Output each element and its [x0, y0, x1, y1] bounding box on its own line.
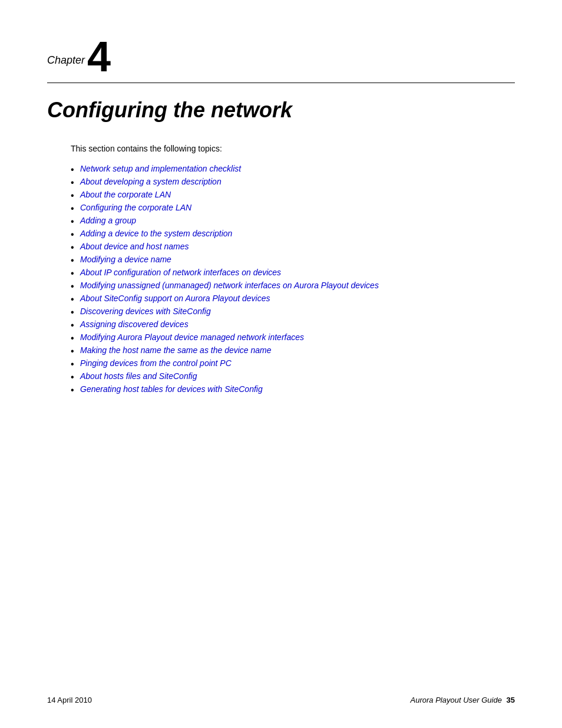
topic-link[interactable]: Assigning discovered devices: [80, 319, 189, 329]
footer-guide-name: Aurora Playout User Guide: [411, 696, 502, 704]
topic-link[interactable]: About device and host names: [80, 242, 189, 251]
list-item[interactable]: Modifying unassigned (unmanaged) network…: [71, 281, 515, 290]
list-item[interactable]: Discovering devices with SiteConfig: [71, 307, 515, 316]
list-item[interactable]: Assigning discovered devices: [71, 319, 515, 329]
list-item[interactable]: Pinging devices from the control point P…: [71, 358, 515, 368]
list-item[interactable]: About SiteConfig support on Aurora Playo…: [71, 294, 515, 303]
list-item[interactable]: Modifying a device name: [71, 255, 515, 264]
page: Chapter 4 Configuring the network This s…: [0, 0, 562, 728]
list-item[interactable]: Making the host name the same as the dev…: [71, 345, 515, 355]
chapter-label: Chapter: [47, 54, 85, 67]
topic-link[interactable]: About IP configuration of network interf…: [80, 268, 281, 277]
chapter-number: 4: [87, 35, 111, 78]
page-title: Configuring the network: [47, 97, 515, 123]
topic-link[interactable]: Pinging devices from the control point P…: [80, 358, 232, 368]
chapter-header: Chapter 4: [47, 35, 515, 78]
list-item[interactable]: About the corporate LAN: [71, 190, 515, 199]
list-item[interactable]: Network setup and implementation checkli…: [71, 164, 515, 173]
topic-link[interactable]: About developing a system description: [80, 177, 222, 186]
topic-link[interactable]: Adding a group: [80, 216, 136, 225]
list-item[interactable]: About IP configuration of network interf…: [71, 268, 515, 277]
topic-link[interactable]: Configuring the corporate LAN: [80, 203, 191, 212]
topic-link[interactable]: Modifying a device name: [80, 255, 171, 264]
topic-link[interactable]: Generating host tables for devices with …: [80, 384, 263, 394]
list-item[interactable]: About developing a system description: [71, 177, 515, 186]
list-item[interactable]: Generating host tables for devices with …: [71, 384, 515, 394]
intro-text: This section contains the following topi…: [71, 144, 515, 153]
footer-page-number: 35: [507, 696, 515, 704]
topic-link[interactable]: Making the host name the same as the dev…: [80, 345, 272, 355]
list-item[interactable]: About device and host names: [71, 242, 515, 251]
list-item[interactable]: Adding a group: [71, 216, 515, 225]
topic-list: Network setup and implementation checkli…: [71, 164, 515, 394]
topic-link[interactable]: Modifying unassigned (unmanaged) network…: [80, 281, 379, 290]
list-item[interactable]: Configuring the corporate LAN: [71, 203, 515, 212]
footer-right: Aurora Playout User Guide 35: [411, 696, 515, 704]
topic-link[interactable]: About hosts files and SiteConfig: [80, 371, 197, 381]
topic-link[interactable]: Network setup and implementation checkli…: [80, 164, 241, 173]
topic-link[interactable]: Discovering devices with SiteConfig: [80, 307, 211, 316]
topic-link[interactable]: About the corporate LAN: [80, 190, 171, 199]
topic-link[interactable]: About SiteConfig support on Aurora Playo…: [80, 294, 270, 303]
topic-link[interactable]: Modifying Aurora Playout device managed …: [80, 332, 304, 342]
chapter-divider: [47, 83, 515, 83]
list-item[interactable]: Modifying Aurora Playout device managed …: [71, 332, 515, 342]
list-item[interactable]: About hosts files and SiteConfig: [71, 371, 515, 381]
topic-link[interactable]: Adding a device to the system descriptio…: [80, 229, 232, 238]
page-footer: 14 April 2010 Aurora Playout User Guide …: [47, 696, 515, 704]
list-item[interactable]: Adding a device to the system descriptio…: [71, 229, 515, 238]
footer-date: 14 April 2010: [47, 696, 92, 704]
